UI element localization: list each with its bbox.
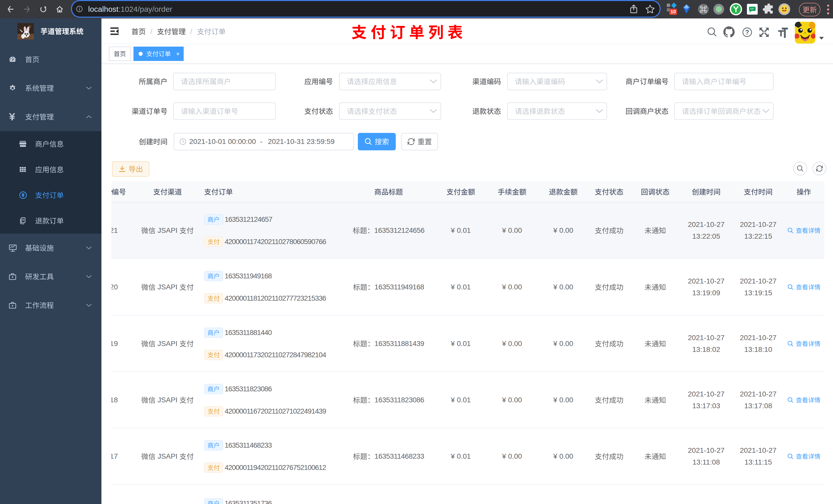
svg-text:?: ? bbox=[745, 29, 749, 36]
svg-text:10: 10 bbox=[670, 9, 676, 14]
